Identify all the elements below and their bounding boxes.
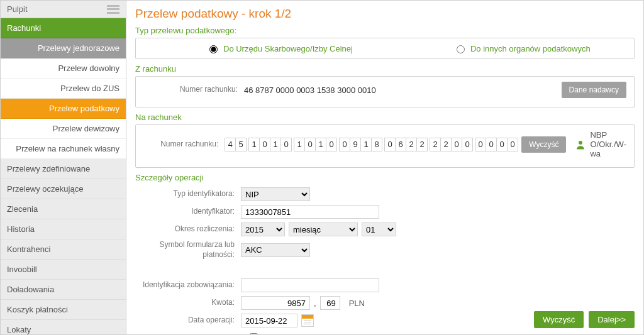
next-button[interactable]: Dalej>>: [589, 311, 635, 328]
sender-data-button[interactable]: Dane nadawcy: [562, 82, 626, 98]
symbol-select[interactable]: AKC: [241, 243, 310, 257]
sidebar: Pulpit Rachunki Przelewy jednorazowe Prz…: [1, 1, 126, 334]
sidebar-item-przelewy-oczekujace[interactable]: Przelewy oczekujące: [1, 179, 126, 199]
bank-name: NBP O/Okr./W-wa: [590, 130, 626, 158]
sidebar-item-doladowania[interactable]: Doładowania: [1, 280, 126, 300]
oblig-label: Identyfikacja zobowiązania:: [140, 280, 241, 290]
sidebar-item-przelewy-zdefiniowane[interactable]: Przelewy zdefiniowane: [1, 159, 126, 179]
from-acct-value: 46 8787 0000 0003 1538 3000 0010: [244, 85, 376, 95]
acct-digit[interactable]: 1: [270, 138, 281, 151]
sidebar-title: Pulpit: [7, 4, 28, 14]
svg-point-0: [579, 141, 582, 145]
page-title: Przelew podatkowy - krok 1/2: [135, 7, 635, 21]
amount-main-input[interactable]: [241, 296, 310, 310]
acct-digit[interactable]: 1: [248, 138, 260, 151]
ident-input[interactable]: [241, 205, 379, 219]
radio-inne-organy-input[interactable]: [457, 45, 465, 53]
acct-digit[interactable]: 0: [326, 138, 337, 151]
from-acct-num-label: Numer rachunku:: [143, 85, 244, 95]
menu-icon[interactable]: [107, 5, 119, 14]
acct-digit[interactable]: 6: [395, 138, 406, 151]
acct-digit[interactable]: 0: [339, 138, 350, 151]
add-to-cart-label: Dodaj przelew do koszyka płatności: [264, 332, 393, 334]
id-type-select[interactable]: NIP: [241, 187, 310, 201]
sidebar-item-rachunki[interactable]: Rachunki: [1, 18, 126, 38]
acct-digit[interactable]: 1: [294, 138, 305, 151]
from-account-label: Z rachunku: [135, 64, 635, 74]
to-acct-input[interactable]: 45101010100918062222000000: [225, 138, 518, 151]
sidebar-item-historia[interactable]: Historia: [1, 219, 126, 239]
sidebar-item-invoobill[interactable]: Invoobill: [1, 260, 126, 280]
date-input[interactable]: [241, 314, 297, 327]
bank-icon: [575, 139, 586, 150]
acct-digit[interactable]: 1: [360, 138, 372, 151]
sidebar-item-zlecenia[interactable]: Zlecenia: [1, 199, 126, 219]
sidebar-item-kontrahenci[interactable]: Kontrahenci: [1, 239, 126, 260]
radio-urzad-skarbowy[interactable]: Do Urzędu Skarbowego/Izby Celnej: [206, 43, 353, 53]
acct-digit[interactable]: 0: [259, 138, 270, 151]
acct-digit[interactable]: 0: [451, 138, 462, 151]
add-to-cart-checkbox[interactable]: [250, 333, 258, 334]
type-panel: Do Urzędu Skarbowego/Izby Celnej Do inny…: [135, 38, 635, 59]
acct-digit[interactable]: 5: [235, 138, 247, 151]
date-label: Data operacji:: [140, 316, 241, 326]
acct-digit[interactable]: 0: [486, 138, 497, 151]
symbol-label: Symbol formularza lub płatności:: [140, 240, 241, 260]
oblig-input[interactable]: [241, 278, 379, 292]
sidebar-sub-przelew-dewizowy[interactable]: Przelew dewizowy: [1, 119, 126, 139]
acct-digit[interactable]: 2: [406, 138, 417, 151]
period-year-select[interactable]: 2015: [241, 222, 285, 236]
sidebar-sub-przelewy-jednorazowe[interactable]: Przelewy jednorazowe: [1, 38, 126, 58]
to-acct-num-label: Numer rachunku:: [143, 140, 225, 150]
acct-digit[interactable]: 0: [496, 138, 508, 151]
from-account-panel: Numer rachunku: 46 8787 0000 0003 1538 3…: [135, 76, 635, 107]
amount-dec-input[interactable]: [320, 296, 340, 310]
sidebar-sub-przelew-do-zus[interactable]: Przelew do ZUS: [1, 79, 126, 99]
ident-label: Identyfikator:: [140, 207, 241, 217]
sidebar-sub-przelew-wlasny[interactable]: Przelew na rachunek własny: [1, 139, 126, 159]
acct-digit[interactable]: 2: [440, 138, 452, 151]
amount-separator: ,: [314, 299, 316, 308]
sidebar-sub-przelew-dowolny[interactable]: Przelew dowolny: [1, 58, 126, 79]
clear-acct-button[interactable]: Wyczyść: [521, 136, 566, 153]
radio-inne-organy[interactable]: Do innych organów podatkowych: [453, 43, 591, 53]
sidebar-header: Pulpit: [1, 1, 126, 18]
id-type-label: Typ identyfikatora:: [140, 189, 241, 199]
details-label: Szczegóły operacji: [135, 173, 635, 182]
acct-digit[interactable]: 0: [475, 138, 486, 151]
period-label: Okres rozliczenia:: [140, 224, 241, 234]
acct-digit[interactable]: 4: [225, 138, 236, 151]
acct-digit[interactable]: 2: [430, 138, 441, 151]
acct-digit[interactable]: 0: [304, 138, 316, 151]
type-label: Typ przelewu podatkowego:: [135, 26, 635, 35]
acct-digit[interactable]: 0: [384, 138, 396, 151]
radio-urzad-skarbowy-label: Do Urzędu Skarbowego/Izby Celnej: [223, 44, 353, 53]
acct-digit[interactable]: 0: [507, 138, 518, 151]
sidebar-sub-przelew-podatkowy[interactable]: Przelew podatkowy: [1, 99, 126, 119]
to-account-label: Na rachunek: [135, 113, 635, 122]
acct-digit[interactable]: 1: [315, 138, 326, 151]
bottom-buttons: Wyczyść Dalej>>: [534, 311, 635, 328]
to-account-panel: Numer rachunku: 451010101009180622220000…: [135, 124, 635, 168]
sidebar-item-koszyk-platnosci[interactable]: Koszyk płatności: [1, 300, 126, 320]
acct-digit[interactable]: 9: [350, 138, 361, 151]
acct-digit[interactable]: 0: [462, 138, 473, 151]
acct-digit[interactable]: 8: [371, 138, 382, 151]
acct-digit[interactable]: 2: [416, 138, 428, 151]
amount-label: Kwota:: [140, 298, 241, 308]
acct-digit[interactable]: 0: [280, 138, 292, 151]
period-num-select[interactable]: 01: [362, 222, 396, 236]
main-panel: Przelew podatkowy - krok 1/2 Typ przelew…: [126, 1, 643, 334]
currency-label: PLN: [349, 299, 365, 308]
period-kind-select[interactable]: miesiąc: [289, 222, 358, 236]
clear-form-button[interactable]: Wyczyść: [534, 311, 584, 328]
calendar-icon[interactable]: [301, 314, 314, 327]
sidebar-item-lokaty[interactable]: Lokaty: [1, 320, 126, 335]
radio-urzad-skarbowy-input[interactable]: [209, 45, 218, 53]
radio-inne-organy-label: Do innych organów podatkowych: [470, 44, 591, 53]
